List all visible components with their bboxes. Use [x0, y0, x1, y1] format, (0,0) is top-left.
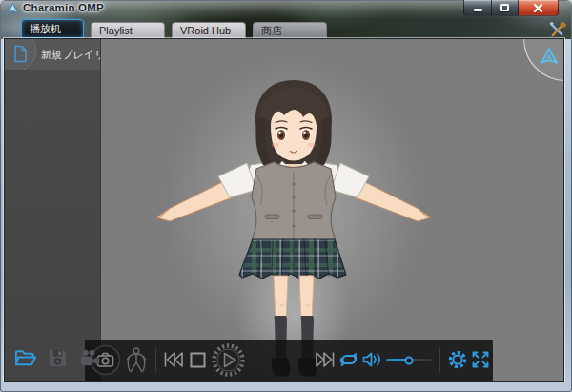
tab-store-label: 商店 — [261, 24, 282, 38]
skip-to-end-button[interactable] — [315, 350, 336, 369]
play-button[interactable] — [211, 342, 246, 378]
separator — [439, 347, 440, 373]
repeat-button[interactable] — [338, 350, 359, 369]
close-icon — [533, 3, 543, 13]
new-playlist-icon — [13, 45, 28, 63]
charamin-logo-icon[interactable] — [539, 46, 560, 67]
tab-player[interactable]: 播放机 — [21, 19, 84, 38]
maximize-button[interactable] — [491, 0, 519, 16]
volume-slider-handle[interactable] — [405, 356, 414, 364]
open-file-button[interactable] — [13, 346, 37, 370]
character-model[interactable] — [101, 39, 564, 382]
main-content: 新規プレイリスト — [4, 38, 564, 382]
tools-icon[interactable] — [547, 21, 567, 39]
close-button[interactable] — [519, 0, 559, 16]
volume-slider[interactable] — [386, 359, 432, 361]
viewport-3d[interactable] — [101, 39, 564, 381]
playlist-sidebar: 新規プレイリスト — [5, 39, 101, 381]
stop-button[interactable] — [189, 351, 207, 369]
motion-pose-button[interactable] — [124, 346, 149, 374]
app-window: Charamin OMP 播放机 Playlist VRoid Hub 商店 — [0, 0, 572, 392]
tab-player-label: 播放机 — [30, 22, 61, 36]
maximize-icon — [500, 4, 509, 11]
skip-to-start-button[interactable] — [163, 350, 184, 369]
window-controls — [463, 0, 559, 16]
tab-vroid-hub[interactable]: VRoid Hub — [172, 22, 246, 38]
tab-playlist-label: Playlist — [99, 25, 133, 36]
fullscreen-button[interactable] — [470, 349, 491, 370]
tab-store[interactable]: 商店 — [253, 22, 327, 38]
tab-bar: 播放机 Playlist VRoid Hub 商店 — [21, 19, 327, 38]
export-video-button[interactable] — [78, 346, 102, 370]
volume-button[interactable] — [361, 350, 382, 369]
minimize-button[interactable] — [463, 0, 491, 16]
app-logo-icon — [7, 3, 19, 15]
minimize-icon — [474, 9, 482, 11]
settings-button[interactable] — [447, 349, 468, 370]
sidebar-item-new-playlist[interactable]: 新規プレイリスト — [5, 39, 100, 71]
window-title: Charamin OMP — [23, 2, 104, 13]
file-toolbar — [13, 346, 102, 370]
save-button[interactable] — [46, 346, 70, 370]
separator — [155, 347, 156, 373]
tab-vroid-hub-label: VRoid Hub — [180, 25, 231, 36]
titlebar[interactable]: Charamin OMP — [0, 0, 572, 17]
tab-playlist[interactable]: Playlist — [91, 22, 165, 38]
playback-control-panel — [85, 340, 493, 381]
new-playlist-label: 新規プレイリスト — [41, 48, 100, 62]
